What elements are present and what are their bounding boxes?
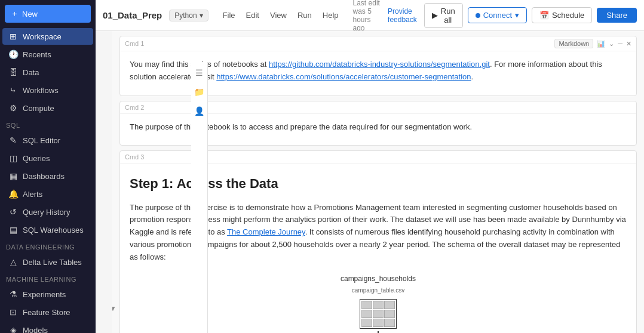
run-all-label: Run all — [441, 7, 455, 24]
query-history-icon: ↺ — [8, 207, 18, 217]
gutter-list-icon[interactable]: ☰ — [195, 68, 203, 78]
machine-learning-section-label: Machine Learning — [0, 271, 96, 285]
databricks-link[interactable]: https://www.databricks.com/solutions/acc… — [216, 72, 471, 81]
campaign-table-csv-label: campaign_table.csv — [352, 286, 404, 295]
sidebar-item-feature-store[interactable]: ⊡ Feature Store — [2, 304, 93, 320]
gutter-people-icon[interactable]: 👤 — [194, 106, 204, 116]
sidebar-item-compute[interactable]: ⚙ Compute — [2, 100, 93, 116]
gutter-folder-icon[interactable]: 📁 — [194, 87, 204, 97]
close-icon-1[interactable]: ✕ — [626, 40, 631, 48]
feedback-link[interactable]: Provide feedback — [388, 7, 417, 24]
dashboards-icon: ▦ — [8, 171, 18, 181]
sidebar-item-label: SQL Editor — [23, 136, 60, 145]
menu-view[interactable]: View — [265, 8, 292, 22]
menu-run[interactable]: Run — [293, 8, 317, 22]
language-label: Python — [174, 11, 197, 20]
sidebar-item-label: Compute — [23, 104, 54, 113]
share-button[interactable]: Share — [597, 8, 637, 23]
sidebar-item-experiments[interactable]: ⚗ Experiments — [2, 286, 93, 303]
sql-editor-icon: ✎ — [8, 135, 18, 145]
sidebar-item-label: Feature Store — [23, 308, 70, 317]
feature-store-icon: ⊡ — [8, 307, 18, 317]
new-button[interactable]: ＋ New — [5, 5, 91, 23]
models-icon: ◈ — [8, 325, 18, 333]
language-selector[interactable]: Python ▾ — [169, 10, 208, 21]
delta-icon: △ — [8, 257, 18, 267]
topbar: 01_Data_Prep Python ▾ File Edit View Run… — [96, 0, 644, 31]
sidebar-item-models[interactable]: ◈ Models — [2, 322, 93, 333]
connect-label: Connect — [483, 11, 512, 20]
cell-number-3: Cmd 3 — [125, 153, 144, 161]
collapse-button-3[interactable]: ▼ — [112, 304, 116, 313]
sidebar-item-label: SQL Warehouses — [23, 226, 84, 235]
play-icon: ▶ — [432, 11, 438, 20]
minimize-icon-1[interactable]: ─ — [618, 40, 622, 47]
sidebar-item-label: Data — [23, 68, 39, 77]
experiments-icon: ⚗ — [8, 289, 18, 299]
sidebar: ＋ New ⊞ Workspace 🕐 Recents 🗄 Data ⤷ Wor… — [0, 0, 96, 333]
sidebar-item-label: Workflows — [23, 86, 59, 95]
menu-file[interactable]: File — [218, 8, 240, 22]
connect-button[interactable]: Connect ▾ — [468, 7, 527, 23]
sidebar-item-data[interactable]: 🗄 Data — [2, 64, 93, 81]
workflows-icon: ⤷ — [8, 85, 18, 95]
new-label: New — [22, 10, 38, 18]
sql-section-label: SQL — [0, 117, 96, 131]
schedule-button[interactable]: 📅 Schedule — [532, 7, 592, 23]
expand-icon-1[interactable]: ⌄ — [609, 40, 614, 48]
sidebar-item-sql-editor[interactable]: ✎ SQL Editor — [2, 132, 93, 149]
notebook-title: 01_Data_Prep — [103, 10, 162, 20]
campaigns-households-node: campaigns_households campaign_table.csv — [341, 273, 416, 331]
menu-edit[interactable]: Edit — [241, 8, 264, 22]
sidebar-item-workspace[interactable]: ⊞ Workspace — [2, 28, 93, 45]
sidebar-item-label: Dashboards — [23, 172, 65, 181]
sidebar-item-delta-live-tables[interactable]: △ Delta Live Tables — [2, 254, 93, 270]
sidebar-item-label: Models — [23, 326, 48, 334]
data-icon: 🗄 — [8, 67, 18, 77]
data-engineering-section-label: Data Engineering — [0, 239, 96, 253]
sidebar-item-label: Workspace — [23, 32, 62, 41]
workspace-icon: ⊞ — [8, 32, 18, 41]
cell-number-2: Cmd 2 — [125, 104, 144, 111]
main-area: 01_Data_Prep Python ▾ File Edit View Run… — [96, 0, 644, 333]
notebook-gutter: ☰ 📁 👤 — [191, 62, 208, 333]
alerts-icon: 🔔 — [8, 189, 18, 199]
recents-icon: 🕐 — [8, 50, 18, 59]
cell-number-1: Cmd 1 — [125, 40, 144, 47]
plus-icon: ＋ — [11, 8, 19, 19]
chevron-down-icon: ▾ — [200, 11, 203, 20]
sidebar-item-dashboards[interactable]: ▦ Dashboards — [2, 168, 93, 184]
menu-help[interactable]: Help — [318, 8, 344, 22]
connect-chevron-icon: ▾ — [515, 11, 519, 20]
sql-warehouses-icon: ▤ — [8, 225, 18, 235]
last-edit-text: Last edit was 5 hours ago — [353, 0, 381, 32]
cell-header-1: Cmd 1 Markdown 📊 ⌄ ─ ✕ — [120, 36, 636, 51]
queries-icon: ◫ — [8, 153, 18, 163]
calendar-icon: 📅 — [539, 11, 549, 20]
run-all-button[interactable]: ▶ Run all — [424, 3, 463, 28]
compute-icon: ⚙ — [8, 103, 18, 113]
campaigns-households-table — [360, 299, 397, 329]
sidebar-item-label: Delta Live Tables — [23, 258, 82, 267]
sidebar-item-label: Queries — [23, 154, 50, 163]
chart-icon-1[interactable]: 📊 — [597, 40, 605, 48]
github-link[interactable]: https://github.com/databricks-industry-s… — [269, 60, 490, 69]
cell-controls-1: Markdown 📊 ⌄ ─ ✕ — [554, 39, 631, 48]
connect-status-dot — [476, 13, 480, 18]
topbar-actions: ▶ Run all Connect ▾ 📅 Schedule Share — [424, 3, 637, 28]
sidebar-item-queries[interactable]: ◫ Queries — [2, 150, 93, 166]
sidebar-item-query-history[interactable]: ↺ Query History — [2, 204, 93, 220]
sidebar-item-sql-warehouses[interactable]: ▤ SQL Warehouses — [2, 221, 93, 238]
menubar: File Edit View Run Help — [218, 8, 344, 22]
journey-link[interactable]: The Complete Journey — [227, 227, 305, 236]
markdown-badge-1: Markdown — [554, 39, 593, 48]
sidebar-item-label: Query History — [23, 208, 70, 217]
sidebar-item-alerts[interactable]: 🔔 Alerts — [2, 186, 93, 202]
campaigns-households-label: campaigns_households — [341, 273, 416, 285]
sidebar-item-label: Experiments — [23, 290, 66, 299]
schedule-label: Schedule — [552, 11, 584, 20]
sidebar-item-workflows[interactable]: ⤷ Workflows — [2, 82, 93, 98]
sidebar-item-label: Alerts — [23, 190, 42, 199]
sidebar-item-recents[interactable]: 🕐 Recents — [2, 46, 93, 63]
sidebar-item-label: Recents — [23, 50, 51, 59]
